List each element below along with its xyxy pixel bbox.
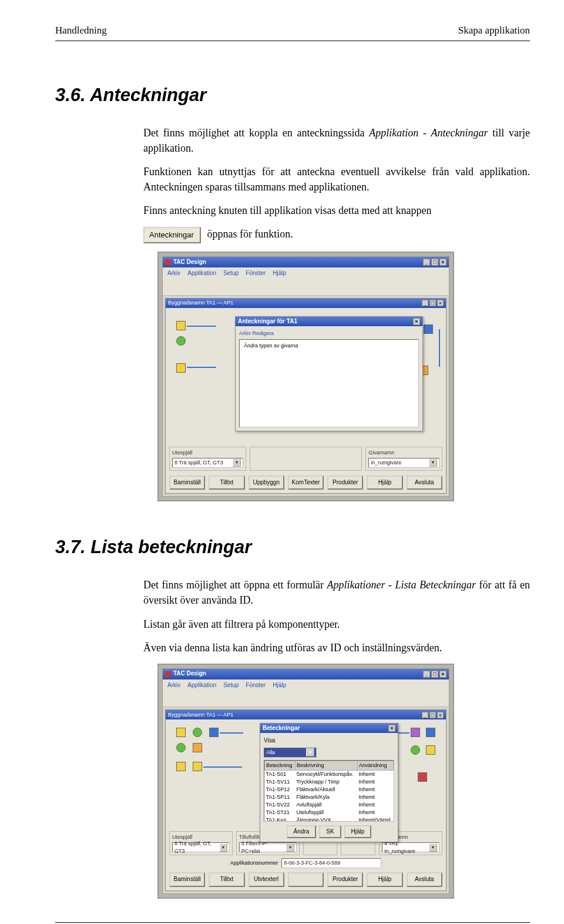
table-row[interactable]: TA1-SP12Fläktvark/AktuellInhemt (265, 786, 394, 794)
menu-item[interactable]: Applikation (187, 681, 216, 690)
max-icon[interactable]: □ (429, 300, 436, 306)
tool-btn[interactable] (166, 282, 179, 293)
combo-utespjall[interactable]: 8 Trä spjäll, GT, GT3 ▾ (172, 458, 243, 468)
max-icon[interactable]: □ (431, 671, 438, 678)
btn-hjalp[interactable]: Hjälp (367, 872, 402, 887)
child-window: Byggnadsnamn TA1 — AP1 _ □ × (165, 298, 446, 494)
btn-baminstall[interactable]: Baminställ (169, 476, 205, 490)
btn-hjalp[interactable]: Hjälp (367, 476, 402, 490)
app-title: TAC Design (173, 258, 206, 267)
col-anvandning[interactable]: Användning (358, 761, 394, 770)
sec37-p2: Listan går även att filtrera på komponen… (143, 617, 530, 632)
max-icon[interactable]: □ (431, 259, 438, 266)
table-cell: Inhemt (358, 794, 394, 801)
chevron-down-icon[interactable]: ▾ (220, 843, 227, 852)
diagram-symbol (209, 728, 219, 737)
close-icon[interactable]: × (388, 725, 395, 732)
btn-avsluta[interactable]: Avsluta (407, 872, 442, 887)
table-row[interactable]: TA1-SV11Tryckknapp / TimpInhemt (265, 778, 394, 786)
tool-btn[interactable] (199, 693, 212, 705)
toolbar (163, 280, 449, 296)
menu-item[interactable]: Fönster (246, 681, 266, 690)
notes-textarea[interactable]: Ändra typen av givarna (239, 339, 419, 427)
chevron-down-icon[interactable]: ▾ (429, 458, 437, 467)
child-titlebar: Byggnadsnamn TA1 — AP1 _ □ × (166, 299, 446, 308)
modal-title: Anteckningar för TA1 (238, 317, 297, 326)
combo-tilluftsfilter[interactable]: 3 Filter/FP-PC+elst ▾ (239, 842, 297, 852)
btn-produkter[interactable]: Produkter (327, 476, 363, 490)
close-icon[interactable]: × (413, 318, 420, 325)
btn-uppbyggn[interactable]: Uppbyggn (249, 476, 284, 490)
diagram-canvas: Anteckningar för TA1 × Arkiv Redigera Än… (166, 308, 446, 446)
tool-btn[interactable] (166, 693, 179, 705)
filter-combo[interactable]: Alla ▾ (264, 748, 317, 758)
menu-item[interactable]: Fönster (246, 269, 266, 278)
btn-komtexter[interactable]: KomTexter (288, 476, 324, 490)
tool-btn[interactable] (216, 693, 229, 705)
tool-btn[interactable] (183, 693, 196, 705)
menu-item[interactable]: Hjälp (273, 269, 286, 278)
screenshot-2: TAC Design _ □ × Arkiv Applikation Setup… (157, 664, 454, 899)
menu-item[interactable]: Setup (223, 269, 239, 278)
tool-btn[interactable] (216, 282, 229, 293)
child-title: Byggnadsnamn TA1 — AP1 (168, 711, 233, 719)
tool-btn[interactable] (232, 282, 245, 293)
anteckningar-button-inline[interactable]: Anteckningar (143, 227, 201, 244)
chevron-down-icon[interactable]: ▾ (429, 843, 437, 852)
btn-hjalp[interactable]: Hjälp (344, 825, 372, 839)
min-icon[interactable]: _ (422, 300, 428, 306)
child-title: Byggnadsnamn TA1 — AP1 (168, 299, 233, 307)
diagram-symbol (418, 772, 427, 782)
beteckningar-table[interactable]: Beteckning Beskrivning Användning TA1-S0… (264, 760, 394, 822)
table-row[interactable]: TA1-SV22AvluftspjällInhemt (265, 801, 394, 809)
btn-sk[interactable]: SK (319, 825, 341, 839)
col-beteckning[interactable]: Beteckning (265, 761, 296, 770)
btn-baminstall[interactable]: Baminställ (169, 872, 205, 887)
diagram-symbol (426, 745, 435, 755)
tool-btn[interactable] (183, 282, 196, 293)
table-row[interactable]: TA1-S01Servocykl/Funktionspåv.Inhemt (265, 770, 394, 778)
combo-utespjall[interactable]: 8 Trä spjäll, GT, GT3 ▾ (172, 842, 230, 852)
table-row[interactable]: TA1-KvAÅtervinne-VVXInhemt/Värrel (265, 816, 394, 822)
tool-btn[interactable] (199, 282, 212, 293)
close-icon[interactable]: × (439, 671, 446, 678)
col-beskrivning[interactable]: Beskrivning (296, 761, 358, 770)
btn-utvtexterl[interactable]: Utvtexterl (249, 872, 284, 887)
chevron-down-icon[interactable]: ▾ (233, 458, 241, 467)
combo-givarnamn[interactable]: 4 TA1 In_rumgivare ▾ (382, 842, 439, 852)
diagram-wire (203, 766, 242, 768)
menu-item[interactable]: Setup (223, 681, 239, 690)
btn-andra[interactable]: Ändra (287, 825, 317, 839)
btn-avsluta[interactable]: Avsluta (407, 476, 442, 490)
btn-produkter[interactable]: Produkter (327, 872, 363, 887)
close-icon[interactable]: × (437, 300, 444, 306)
max-icon[interactable]: □ (429, 712, 436, 718)
menu-item[interactable]: Arkiv (167, 269, 180, 278)
min-icon[interactable]: _ (423, 671, 430, 678)
diagram-symbol (176, 728, 186, 737)
beteckningar-modal: Beteckningar × Visa Alla ▾ (260, 723, 398, 842)
sec36-p1a: Det finns möjlighet att koppla en anteck… (143, 127, 369, 139)
btn-tilltxt[interactable]: Tilltxt (209, 872, 244, 887)
combo-givarnamn[interactable]: in_rumgivare ▾ (368, 458, 439, 468)
table-cell: Uteluftspjäll (296, 809, 358, 816)
btn-tilltxt[interactable]: Tilltxt (209, 476, 244, 490)
min-icon[interactable]: _ (422, 712, 428, 718)
tool-btn[interactable] (232, 693, 245, 705)
close-icon[interactable]: × (437, 712, 444, 718)
menu-item[interactable]: Hjälp (273, 681, 286, 690)
modal-titlebar: Beteckningar × (260, 724, 398, 733)
menu-item[interactable]: Applikation (187, 269, 216, 278)
table-row[interactable]: TA1-ST21UteluftspjällInhemt (265, 809, 394, 816)
sec36-p1-em: Applikation - Anteckningar (369, 127, 488, 139)
min-icon[interactable]: _ (423, 259, 430, 266)
btn-empty[interactable] (288, 872, 324, 887)
close-icon[interactable]: × (439, 259, 446, 266)
table-row[interactable]: TA1-SP11Fläktvark/KylaInhemt (265, 794, 394, 801)
table-cell: TA1-ST21 (265, 809, 296, 816)
diagram-symbol (411, 745, 420, 755)
menu-item[interactable]: Arkiv (167, 681, 180, 690)
chevron-down-icon[interactable]: ▾ (286, 843, 294, 852)
appnum-field[interactable]: 8-06-3-3-FC-3-84-0-589 (281, 858, 381, 868)
chevron-down-icon[interactable]: ▾ (306, 748, 314, 756)
